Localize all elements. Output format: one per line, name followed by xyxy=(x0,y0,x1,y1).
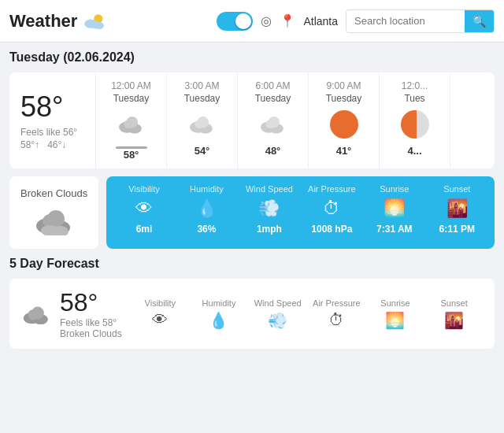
fcast-wind-icon: 💨 xyxy=(268,311,287,330)
hour-day-3: Tuesday xyxy=(326,93,362,104)
location-pin-icon: 📍 xyxy=(280,13,295,28)
forecast-icon-col xyxy=(20,301,52,328)
sunrise-icon: 🌅 xyxy=(384,198,405,219)
forecast-big-temp: 58° xyxy=(60,288,123,317)
fcast-sunset-icon: 🌇 xyxy=(444,311,464,330)
visibility-icon: 👁 xyxy=(135,198,153,219)
hour-icon-0 xyxy=(116,110,147,139)
svg-point-15 xyxy=(265,120,274,128)
fcast-pres-title: Air Pressure xyxy=(313,298,361,308)
pressure-value: 1008 hPa xyxy=(311,224,352,235)
hour-day-0: Tuesday xyxy=(113,93,150,104)
wind-value: 1mph xyxy=(257,224,282,235)
hour-item-1: 3:00 AM Tuesday 54° xyxy=(167,72,238,168)
app-title-text: Weather xyxy=(9,11,77,31)
hourly-card: 58° Feels like 56° 58°↑ 46°↓ 12:00 AM Tu… xyxy=(9,72,495,168)
forecast-temp-col: 58° Feels like 58° Broken Clouds xyxy=(60,288,123,339)
detail-visibility: Visibility 👁 6mi xyxy=(114,184,173,241)
hour-icon-3 xyxy=(330,110,358,139)
detail-sunset: Sunset 🌇 6:11 PM xyxy=(428,184,487,241)
forecast-label: 5 Day Forecast xyxy=(9,257,495,271)
fcast-wind-title: Wind Speed xyxy=(254,298,302,308)
hour-temp-0: 58° xyxy=(124,149,139,161)
hour-time-4: 12:0... xyxy=(402,80,428,91)
current-weather-panel: 58° Feels like 56° 58°↑ 46°↓ xyxy=(9,72,96,168)
hour-item-2: 6:00 AM Tuesday 48° xyxy=(238,72,309,168)
fcast-sun-title: Sunrise xyxy=(380,298,410,308)
forecast-wind: Wind Speed 💨 xyxy=(248,298,307,330)
fcast-vis-title: Visibility xyxy=(145,298,176,308)
search-input[interactable] xyxy=(346,11,465,31)
humidity-icon: 💧 xyxy=(196,198,217,219)
hour-temp-2: 48° xyxy=(265,145,281,157)
forecast-sunrise: Sunrise 🌅 xyxy=(366,298,425,330)
fcast-hum-icon: 💧 xyxy=(209,311,228,330)
temp-range: 58°↑ 46°↓ xyxy=(20,139,84,150)
hour-temp-4: 4... xyxy=(407,145,421,157)
weather-details-row: Broken Clouds Visibility 👁 6mi xyxy=(9,176,495,249)
hour-icon-4 xyxy=(401,110,429,139)
humidity-value: 36% xyxy=(197,224,216,235)
unit-toggle[interactable] xyxy=(217,12,253,31)
weather-icon xyxy=(82,11,107,31)
hour-time-0: 12:00 AM xyxy=(111,80,151,91)
sunrise-value: 7:31 AM xyxy=(376,224,413,235)
forecast-sunset: Sunset 🌇 xyxy=(424,298,484,330)
hour-temp-1: 54° xyxy=(195,145,210,157)
fcast-hum-title: Humidity xyxy=(202,298,236,308)
main-content: Tuesday (02.06.2024) 58° Feels like 56° … xyxy=(0,43,504,357)
detail-humidity: Humidity 💧 36% xyxy=(177,184,236,241)
svg-point-11 xyxy=(195,120,203,128)
app-header: Weather ◎ 📍 Atlanta 🔍 xyxy=(0,0,504,43)
search-button[interactable]: 🔍 xyxy=(465,10,494,32)
forecast-card-0: 58° Feels like 58° Broken Clouds Visibil… xyxy=(9,279,495,349)
hour-item-0: 12:00 AM Tuesday 58° xyxy=(96,72,167,168)
svg-point-25 xyxy=(28,309,38,320)
forecast-condition-text: Broken Clouds xyxy=(60,328,123,339)
forecast-visibility: Visibility 👁 xyxy=(131,298,190,330)
date-label: Tuesday (02.06.2024) xyxy=(9,50,495,65)
details-panel: Visibility 👁 6mi Humidity 💧 36% Wind Spe… xyxy=(106,176,495,249)
hour-day-1: Tuesday xyxy=(184,93,220,104)
fcast-vis-icon: 👁 xyxy=(152,311,168,329)
fcast-sunrise-icon: 🌅 xyxy=(385,311,405,330)
hour-day-2: Tuesday xyxy=(255,93,291,104)
sunset-value: 6:11 PM xyxy=(439,224,475,235)
current-temp: 58° xyxy=(20,91,84,124)
sunset-title: Sunset xyxy=(443,184,470,194)
detail-sunrise: Sunrise 🌅 7:31 AM xyxy=(365,184,424,241)
target-icon[interactable]: ◎ xyxy=(261,13,272,28)
visibility-value: 6mi xyxy=(136,224,153,235)
search-wrapper: 🔍 xyxy=(346,9,495,33)
visibility-title: Visibility xyxy=(128,184,160,194)
app-title: Weather xyxy=(9,11,107,31)
hour-item-4: 12:0... Tues 4... xyxy=(380,72,450,168)
sunrise-title: Sunrise xyxy=(380,184,409,194)
forecast-feels: Feels like 58° xyxy=(60,317,123,328)
detail-wind: Wind Speed 💨 1mph xyxy=(239,184,298,241)
condition-box: Broken Clouds xyxy=(9,176,98,249)
wind-title: Wind Speed xyxy=(246,184,293,194)
hour-time-1: 3:00 AM xyxy=(184,80,219,91)
fcast-sunset-title: Sunset xyxy=(441,298,468,308)
fcast-pres-icon: ⏱ xyxy=(328,311,344,329)
hour-time-2: 6:00 AM xyxy=(255,80,290,91)
pressure-icon: ⏱ xyxy=(323,198,340,219)
hour-time-3: 9:00 AM xyxy=(326,80,361,91)
condition-label: Broken Clouds xyxy=(20,187,87,199)
forecast-pressure: Air Pressure ⏱ xyxy=(307,298,366,330)
condition-cloud-icon xyxy=(32,205,76,238)
hourly-scroll[interactable]: 12:00 AM Tuesday 58° 3:00 AM Tuesday xyxy=(96,72,495,168)
temp-high: 58°↑ xyxy=(20,139,39,150)
humidity-title: Humidity xyxy=(190,184,224,194)
feels-like: Feels like 56° xyxy=(20,127,84,138)
detail-pressure: Air Pressure ⏱ 1008 hPa xyxy=(302,184,361,241)
city-name: Atlanta xyxy=(303,15,338,28)
forecast-humidity: Humidity 💧 xyxy=(190,298,249,330)
pressure-title: Air Pressure xyxy=(308,184,356,194)
hour-icon-2 xyxy=(258,110,289,139)
hour-day-4: Tues xyxy=(404,93,424,104)
svg-point-3 xyxy=(95,22,104,29)
hour-item-3: 9:00 AM Tuesday 41° xyxy=(309,72,380,168)
hour-temp-3: 41° xyxy=(336,145,352,157)
